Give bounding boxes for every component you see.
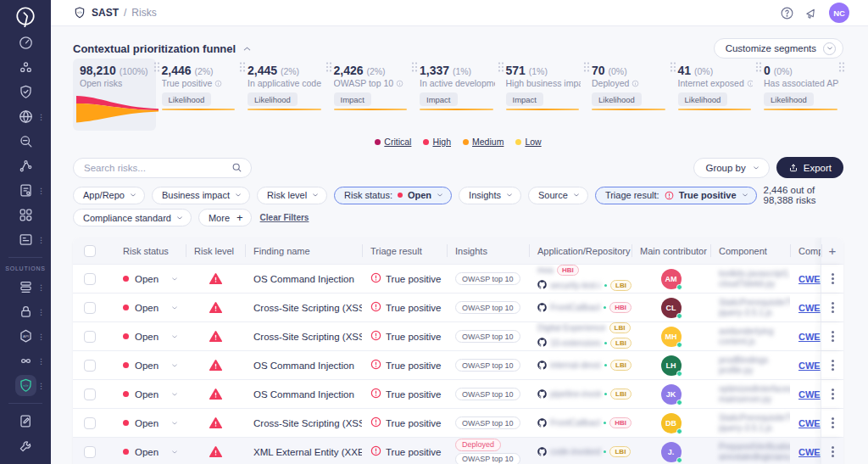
contributor-avatar[interactable]: J. <box>661 442 682 462</box>
column-header[interactable]: Comp <box>790 238 821 264</box>
cwe-link[interactable]: CWE <box>798 332 821 342</box>
funnel-segment-1[interactable]: 2,446 (2%) True positive Likelihood <box>159 59 246 131</box>
funnel-segment-6[interactable]: 70 (0%) Deployed Likelihood <box>589 59 676 131</box>
risk-status-cell[interactable]: Open <box>114 380 186 408</box>
app-repo-line[interactable]: security-test-im LBI <box>537 277 632 293</box>
sidebar-item-infinity[interactable]: ⋮ <box>0 349 51 373</box>
legend-item-medium[interactable]: Medium <box>463 137 504 147</box>
sidebar-item-wrench[interactable] <box>0 433 51 458</box>
risk-status-cell[interactable]: Open <box>114 438 186 464</box>
column-header[interactable]: Risk level <box>186 238 245 264</box>
sidebar-item-lock[interactable]: ⋮ <box>0 299 51 324</box>
app-repo-line[interactable]: 10-extensions LBI <box>537 335 632 350</box>
sidebar-item-dashboard[interactable] <box>0 31 51 55</box>
kebab-menu-icon[interactable]: ⋮ <box>37 357 45 365</box>
contributor-avatar[interactable]: CL <box>661 298 682 318</box>
filter-chip[interactable]: Compliance standard <box>73 209 192 226</box>
drag-handle-icon[interactable] <box>670 62 676 72</box>
clear-filters-link[interactable]: Clear Filters <box>260 213 309 222</box>
cwe-link[interactable]: CWE <box>798 389 821 400</box>
sidebar-item-api-badge[interactable]: API ⋮ <box>0 324 51 349</box>
cwe-link[interactable]: CWE <box>798 447 821 457</box>
risk-status-cell[interactable]: Open <box>114 409 186 437</box>
kebab-menu-icon[interactable] <box>832 302 834 313</box>
cwe-link[interactable]: CWE <box>798 303 821 313</box>
column-header[interactable]: Triage result <box>362 238 447 264</box>
table-row[interactable]: Open XML External Entity (XXE) True posi… <box>73 437 843 464</box>
table-row[interactable]: Open OS Command Injection True positive … <box>73 350 843 379</box>
column-header[interactable]: Insights <box>447 238 529 264</box>
sidebar-item-globe[interactable]: ⋮ <box>0 104 51 129</box>
legend-item-critical[interactable]: Critical <box>375 137 411 147</box>
risk-status-cell[interactable]: Open <box>114 351 186 379</box>
customize-segments-button[interactable]: Customize segments <box>714 38 843 59</box>
sidebar-item-contributors[interactable] <box>0 55 51 80</box>
risk-status-cell[interactable]: Open <box>114 293 186 321</box>
drag-handle-icon[interactable] <box>498 62 504 72</box>
filter-chip[interactable]: More + <box>198 209 252 226</box>
app-repo-line[interactable]: internal-devsite LBI <box>537 358 632 373</box>
app-repo-line[interactable]: mxa HBI <box>537 265 579 276</box>
sidebar-item-apps-grid[interactable] <box>0 203 51 227</box>
kebab-menu-icon[interactable]: ⋮ <box>37 187 45 194</box>
funnel-segment-5[interactable]: 571 (1%) High business impact Impact <box>504 59 590 131</box>
contributor-avatar[interactable]: AM <box>661 269 682 289</box>
column-header[interactable]: Main contributor <box>632 238 710 264</box>
filter-chip[interactable]: App/Repo <box>73 187 145 204</box>
app-repo-line[interactable]: code-invoked LBI <box>537 444 631 460</box>
sidebar-item-inventory-card[interactable]: ⋮ <box>0 227 51 252</box>
row-checkbox[interactable] <box>84 331 96 343</box>
finding-name-cell[interactable]: Cross-Site Scripting (XSS) DO... <box>245 409 362 437</box>
sidebar-item-report[interactable]: ⋮ <box>0 178 51 203</box>
sidebar-item-attack-path[interactable] <box>0 154 51 178</box>
table-row[interactable]: Open OS Command Injection True positive … <box>73 379 843 408</box>
risk-status-cell[interactable]: Open <box>114 265 186 293</box>
sidebar-item-sast-shield[interactable]: </> ⋮ <box>0 373 51 398</box>
contributor-avatar[interactable]: DB <box>661 413 682 433</box>
finding-name-cell[interactable]: OS Command Injection <box>245 380 362 408</box>
app-repo-line[interactable]: pipeline-invoked LBI <box>537 387 632 402</box>
kebab-menu-icon[interactable] <box>832 446 834 457</box>
app-repo-line[interactable]: FrontCallback HBI <box>537 416 632 431</box>
kebab-menu-icon[interactable]: ⋮ <box>37 382 45 389</box>
collapse-funnel-icon[interactable] <box>242 44 252 53</box>
drag-handle-icon[interactable] <box>583 62 590 72</box>
filter-chip[interactable]: Risk status: Open <box>334 187 452 204</box>
row-checkbox[interactable] <box>84 389 96 400</box>
search-input[interactable] <box>84 163 231 173</box>
funnel-segment-3[interactable]: 2,426 (2%) OWASP top 10 Impact <box>331 59 418 131</box>
kebab-menu-icon[interactable]: ⋮ <box>37 283 45 291</box>
funnel-segment-8[interactable]: 0 (0%) Has associated APIs Likelihood <box>761 59 848 131</box>
finding-name-cell[interactable]: Cross-Site Scripting (XSS) DO... <box>245 293 362 321</box>
sidebar-logo[interactable] <box>0 2 51 31</box>
drag-handle-icon[interactable] <box>755 62 762 72</box>
kebab-menu-icon[interactable]: ⋮ <box>37 308 45 316</box>
funnel-segment-4[interactable]: 1,337 (1%) In active development Impact <box>417 59 504 131</box>
legend-item-low[interactable]: Low <box>515 137 541 147</box>
kebab-menu-icon[interactable]: ⋮ <box>37 333 45 340</box>
row-checkbox[interactable] <box>84 302 96 314</box>
export-button[interactable]: Export <box>776 157 843 178</box>
row-checkbox[interactable] <box>84 417 96 429</box>
kebab-menu-icon[interactable] <box>832 273 834 284</box>
sidebar-item-layers[interactable]: ⋮ <box>0 275 51 299</box>
kebab-menu-icon[interactable]: ⋮ <box>37 113 45 120</box>
column-header[interactable]: Finding name <box>245 238 362 264</box>
risk-status-cell[interactable]: Open <box>114 322 186 350</box>
app-repo-line[interactable]: Digital Experience LBI <box>537 322 631 333</box>
app-repo-line[interactable]: FrontCallback HBI <box>537 300 632 316</box>
sidebar-item-scan-search[interactable] <box>0 129 51 154</box>
kebab-menu-icon[interactable] <box>832 331 834 342</box>
drag-handle-icon[interactable] <box>153 62 160 72</box>
filter-chip[interactable]: Risk level <box>257 187 327 204</box>
funnel-segment-2[interactable]: 2,445 (2%) In applicative code Likelihoo… <box>245 59 331 131</box>
row-checkbox[interactable] <box>84 446 96 458</box>
filter-chip[interactable]: Insights <box>459 187 521 204</box>
row-checkbox[interactable] <box>84 273 96 285</box>
filter-chip[interactable]: Source <box>528 187 588 204</box>
table-row[interactable]: Open Cross-Site Scripting (XSS) DO... Tr… <box>73 408 843 437</box>
drag-handle-icon[interactable] <box>838 62 845 72</box>
drag-handle-icon[interactable] <box>326 62 332 72</box>
finding-name-cell[interactable]: OS Command Injection <box>245 265 362 293</box>
cwe-link[interactable]: CWE <box>798 361 821 371</box>
